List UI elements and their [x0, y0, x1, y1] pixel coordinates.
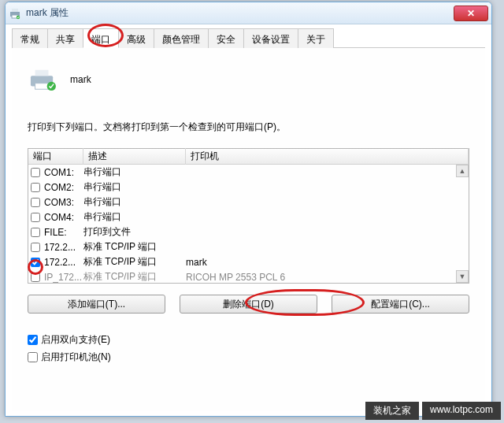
- tab-about[interactable]: 关于: [298, 28, 334, 48]
- port-desc: 串行端口: [83, 210, 186, 224]
- col-printer[interactable]: 打印机: [186, 148, 469, 165]
- port-desc: 标准 TCP/IP 端口: [83, 270, 186, 284]
- port-row[interactable]: COM2:串行端口: [28, 180, 469, 195]
- port-name: COM3:: [43, 197, 83, 208]
- port-row[interactable]: FILE:打印到文件: [28, 224, 469, 239]
- printer-pool-checkbox[interactable]: [28, 352, 38, 362]
- port-name: COM1:: [43, 167, 83, 178]
- port-checkbox[interactable]: [31, 228, 40, 237]
- bidirectional-checkbox[interactable]: [28, 335, 38, 345]
- port-desc: 串行端口: [83, 165, 186, 179]
- window-title: mark 属性: [26, 6, 454, 20]
- port-list: 端口 描述 打印机 COM1:串行端口COM2:串行端口COM3:串行端口COM…: [28, 148, 469, 284]
- port-name: IP_172...: [43, 272, 83, 283]
- port-checkbox[interactable]: [31, 198, 40, 207]
- port-name: COM4:: [43, 212, 83, 223]
- port-list-body[interactable]: COM1:串行端口COM2:串行端口COM3:串行端口COM4:串行端口FILE…: [28, 165, 469, 284]
- port-row[interactable]: 172.2...标准 TCP/IP 端口mark: [28, 254, 469, 269]
- port-row[interactable]: COM1:串行端口: [28, 165, 469, 180]
- svg-rect-1: [12, 9, 18, 12]
- tab-device[interactable]: 设备设置: [243, 28, 298, 48]
- tab-ports[interactable]: 端口: [83, 28, 119, 48]
- port-checkbox[interactable]: [31, 168, 40, 177]
- port-checkbox[interactable]: [31, 243, 40, 252]
- watermark: 装机之家 www.lotpc.com: [365, 402, 501, 420]
- configure-port-button[interactable]: 配置端口(C)...: [332, 295, 469, 314]
- close-button[interactable]: ✕: [454, 6, 488, 21]
- printer-icon: [28, 67, 57, 92]
- port-row[interactable]: IP_172...标准 TCP/IP 端口RICOH MP 2553 PCL 6: [28, 269, 469, 284]
- tab-colormgmt[interactable]: 颜色管理: [154, 28, 209, 48]
- col-port[interactable]: 端口: [28, 148, 83, 165]
- col-desc[interactable]: 描述: [83, 148, 186, 165]
- port-desc: 标准 TCP/IP 端口: [83, 240, 186, 254]
- instruction-text: 打印到下列端口。文档将打印到第一个检查到的可用端口(P)。: [28, 121, 469, 134]
- scroll-up-icon[interactable]: ▲: [456, 165, 469, 177]
- port-name: 172.2...: [43, 242, 83, 253]
- tab-general[interactable]: 常规: [12, 28, 48, 48]
- tab-security[interactable]: 安全: [208, 28, 244, 48]
- port-checkbox[interactable]: [31, 258, 40, 267]
- port-printer: mark: [186, 257, 469, 268]
- port-name: FILE:: [43, 227, 83, 238]
- enable-bidirectional[interactable]: 启用双向支持(E): [28, 331, 469, 348]
- svg-rect-5: [35, 70, 49, 76]
- printer-name: mark: [70, 74, 91, 85]
- client-area: 常规 共享 端口 高级 颜色管理 安全 设备设置 关于 mark 打印到下列端口…: [12, 28, 485, 411]
- tab-strip: 常规 共享 端口 高级 颜色管理 安全 设备设置 关于: [12, 28, 485, 48]
- port-row[interactable]: COM3:串行端口: [28, 195, 469, 210]
- port-row[interactable]: COM4:串行端口: [28, 210, 469, 224]
- properties-window: mark 属性 ✕ 常规 共享 端口 高级 颜色管理 安全 设备设置 关于: [5, 2, 492, 417]
- delete-port-button[interactable]: 删除端口(D): [180, 295, 317, 314]
- port-desc: 打印到文件: [83, 225, 186, 239]
- port-printer: RICOH MP 2553 PCL 6: [186, 272, 469, 283]
- port-checkbox[interactable]: [31, 213, 40, 222]
- port-list-header: 端口 描述 打印机: [28, 149, 469, 165]
- port-desc: 标准 TCP/IP 端口: [83, 255, 186, 269]
- scroll-down-icon[interactable]: ▼: [456, 270, 469, 283]
- tab-sharing[interactable]: 共享: [47, 28, 83, 48]
- titlebar: mark 属性 ✕: [6, 2, 491, 24]
- port-name: COM2:: [43, 182, 83, 193]
- tab-advanced[interactable]: 高级: [118, 28, 154, 48]
- port-desc: 串行端口: [83, 180, 186, 194]
- port-desc: 串行端口: [83, 195, 186, 209]
- add-port-button[interactable]: 添加端口(T)...: [28, 295, 165, 314]
- port-checkbox[interactable]: [31, 183, 40, 192]
- port-checkbox[interactable]: [31, 273, 40, 282]
- ports-tab-content: mark 打印到下列端口。文档将打印到第一个检查到的可用端口(P)。 端口 描述…: [12, 48, 485, 411]
- port-name: 172.2...: [43, 257, 83, 268]
- svg-rect-6: [35, 83, 49, 90]
- enable-printer-pool[interactable]: 启用打印机池(N): [28, 348, 469, 365]
- port-row[interactable]: 172.2...标准 TCP/IP 端口: [28, 239, 469, 254]
- printer-title-icon: [9, 7, 21, 20]
